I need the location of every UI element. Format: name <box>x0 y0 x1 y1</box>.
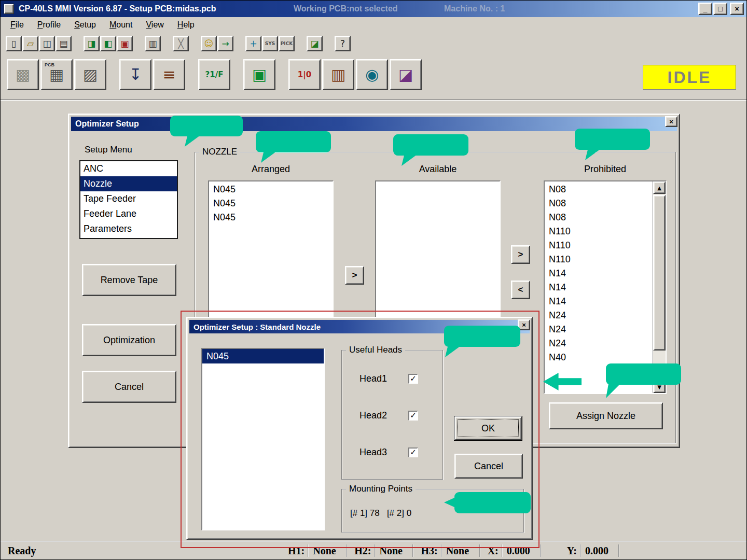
arranged-list-item[interactable]: N045 <box>209 211 333 225</box>
head-row: Head2 ✓ <box>342 410 442 421</box>
move-to-prohibited-button[interactable]: > <box>511 245 530 264</box>
prohibited-list-item[interactable]: N08 <box>545 183 653 197</box>
prohibited-list-item[interactable]: N24 <box>545 309 653 323</box>
prohibited-scrollbar[interactable]: ▲ ▼ <box>653 181 666 393</box>
mounting-points-value: [# 1] 78 [# 2] 0 <box>350 508 411 519</box>
save-pcb-button[interactable]: ▣ <box>117 36 133 51</box>
start-button[interactable]: → <box>217 36 233 51</box>
scroll-up-icon[interactable]: ▲ <box>653 181 666 194</box>
monitor-button[interactable]: ▣ <box>243 59 275 90</box>
setup-menu-item[interactable]: ANC <box>80 161 177 176</box>
status-field: H2: None <box>347 542 413 559</box>
pick-button[interactable]: PICK <box>279 36 295 51</box>
setup-menu-item[interactable]: Nozzle <box>80 176 177 191</box>
machine-no-status: Machine No. : 1 <box>444 4 505 13</box>
prohibited-list-item[interactable]: N110 <box>545 225 653 239</box>
prohibited-list-item[interactable]: N40 <box>545 351 653 365</box>
export-pcb-button[interactable]: ◧ <box>100 36 116 51</box>
cancel-button[interactable]: Cancel <box>82 371 176 403</box>
tape-feeder-button[interactable]: ≡ <box>153 59 185 90</box>
prohibited-list-item[interactable]: N14 <box>545 295 653 309</box>
cancel-inner-button[interactable]: Cancel <box>454 454 523 479</box>
sys-button[interactable]: SYS <box>262 36 278 51</box>
prohibited-list-item[interactable]: N110 <box>545 253 653 267</box>
head-checkbox[interactable]: ✓ <box>408 374 418 384</box>
menu-view[interactable]: View <box>139 18 170 32</box>
toolbar-icon: ▯ <box>11 39 16 48</box>
ok-button[interactable]: OK <box>454 416 522 440</box>
prohibited-list-item[interactable]: N14 <box>545 281 653 295</box>
prohibited-list-item[interactable]: N08 <box>545 197 653 211</box>
statistics-large-button[interactable]: ◪ <box>390 59 422 90</box>
statistics-button[interactable]: ◪ <box>307 36 323 51</box>
board-setup-button[interactable]: ▨ <box>74 59 106 90</box>
standard-nozzle-list-item[interactable]: N045 <box>202 349 324 363</box>
verify-button[interactable]: ?1/F <box>198 59 230 90</box>
remove-tape-button[interactable]: Remove Tape <box>82 264 176 296</box>
scrollbar-track[interactable] <box>653 194 666 381</box>
optimization-button[interactable]: Optimization <box>82 324 176 356</box>
pcb-data-button[interactable]: ▥ <box>145 36 161 51</box>
prohibited-list-item[interactable]: N24 <box>545 337 653 351</box>
print-button[interactable]: ▤ <box>56 36 72 51</box>
head-checkbox[interactable]: ✓ <box>408 447 418 457</box>
help-button[interactable]: ? <box>335 36 351 51</box>
menu-profile[interactable]: Profile <box>31 18 67 32</box>
check-icon: ✓ <box>410 375 417 383</box>
toolbar-icon: ◫ <box>43 39 51 48</box>
edit-tools-button[interactable]: ╳ <box>173 36 189 51</box>
pcb-button[interactable]: PCB ▦ <box>40 59 73 90</box>
standard-nozzle-list[interactable]: N045 <box>201 348 325 530</box>
maximize-button[interactable]: □ <box>713 3 727 15</box>
arranged-column-label: Arranged <box>208 164 334 175</box>
toolbar-standard: ▯ ▱ ◫ ▤ ◨ ◧ ▣ <box>6 35 351 52</box>
open-file-button[interactable]: ▱ <box>22 36 38 51</box>
toolbar-icon: ▤ <box>59 39 67 48</box>
callout-nozzle-group <box>170 116 243 136</box>
callout-useful-heads <box>444 326 520 347</box>
status-field: H1: None <box>281 542 347 559</box>
close-button[interactable]: × <box>730 3 744 15</box>
minimize-button[interactable]: _ <box>698 3 712 15</box>
callout-mounting-points <box>454 492 531 513</box>
machine-status-idle: IDLE <box>643 65 736 90</box>
status-field-value: None <box>441 544 480 557</box>
menu-mount[interactable]: Mount <box>103 18 139 32</box>
parameter-button[interactable]: 1|0 <box>288 59 321 90</box>
nozzle-tool-button[interactable]: ↧ <box>119 59 151 90</box>
prohibited-list-item[interactable]: N110 <box>545 239 653 253</box>
prohibited-list-item[interactable]: N24 <box>545 323 653 337</box>
move-arranged-right-button[interactable]: > <box>345 266 364 285</box>
component-button[interactable]: ▩ <box>7 59 39 90</box>
library-button[interactable]: ▥ <box>322 59 354 90</box>
menu-file[interactable]: File <box>4 18 31 32</box>
setup-menu-item[interactable]: Feeder Lane <box>80 206 177 221</box>
new-file-button[interactable]: ▯ <box>6 36 22 51</box>
toolbar-divider <box>1 99 746 101</box>
head-checkbox[interactable]: ✓ <box>408 411 418 421</box>
mounting-points-label: Mounting Points <box>346 484 416 494</box>
import-pcb-button[interactable]: ◨ <box>84 36 100 51</box>
menu-setup[interactable]: Setup <box>67 18 103 32</box>
assign-nozzle-button[interactable]: Assign Nozzle <box>549 402 663 429</box>
arranged-list-item[interactable]: N045 <box>209 183 333 197</box>
menu-help[interactable]: Help <box>171 18 201 32</box>
optimizer-close-icon[interactable]: × <box>665 116 677 127</box>
status-fields: H1: None H2: None H3: None X: 0.000 <box>281 542 619 559</box>
title-bar[interactable]: CP-40LS MMI Version 6.87 - Setup PCB:mid… <box>1 1 746 17</box>
network-button[interactable]: ◉ <box>356 59 388 90</box>
setup-menu-item[interactable]: Parameters <box>80 221 177 236</box>
scrollbar-thumb[interactable] <box>653 195 666 351</box>
setup-menu-item[interactable]: Tape Feeder <box>80 191 177 206</box>
setup-menu-list[interactable]: ANCNozzleTape FeederFeeder LaneParameter… <box>79 160 178 239</box>
servo-on-button[interactable]: ☺ <box>201 36 217 51</box>
arranged-list-item[interactable]: N045 <box>209 197 333 211</box>
prohibited-list-item[interactable]: N08 <box>545 211 653 225</box>
prohibited-list[interactable]: N08N08N08N110N110N110N14N14N14N24N24N24N… <box>544 180 667 394</box>
move-from-prohibited-button[interactable]: < <box>511 281 530 299</box>
toolbar-icon: ◧ <box>104 39 112 48</box>
prohibited-items[interactable]: N08N08N08N110N110N110N14N14N14N24N24N24N… <box>545 181 653 393</box>
prohibited-list-item[interactable]: N14 <box>545 267 653 281</box>
origin-button[interactable]: + <box>245 36 261 51</box>
save-file-button[interactable]: ◫ <box>39 36 55 51</box>
